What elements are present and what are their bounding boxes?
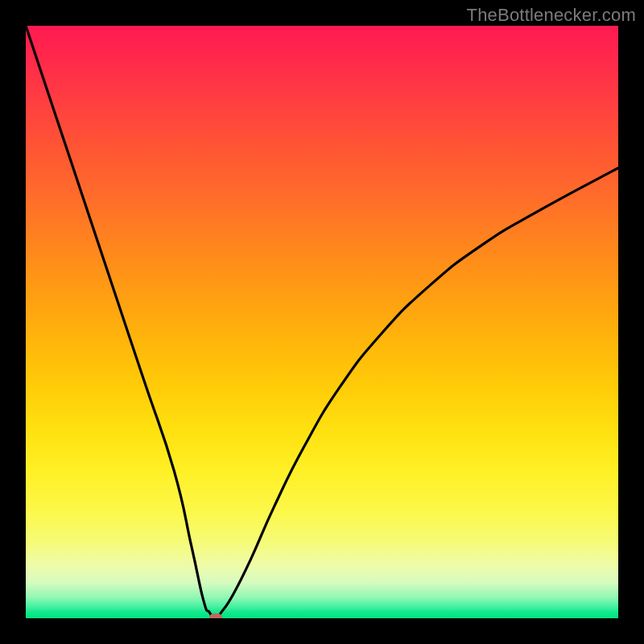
watermark-text: TheBottlenecker.com — [467, 5, 636, 26]
optimum-marker — [209, 613, 222, 618]
chart-frame: TheBottlenecker.com — [0, 0, 644, 644]
plot-area — [26, 26, 618, 618]
gradient-background — [26, 26, 618, 618]
